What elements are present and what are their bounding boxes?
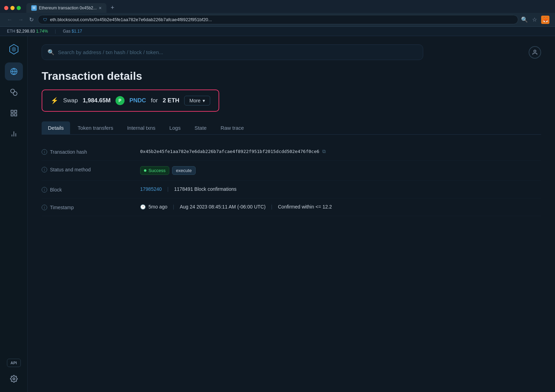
address-input[interactable]: 🛡 eth.blockscout.com/tx/0x45b2e45fe1aa78… xyxy=(38,15,518,24)
block-divider: | xyxy=(167,186,169,192)
bookmark-button[interactable]: ☆ xyxy=(532,16,537,23)
transaction-hash-label: i Transaction hash xyxy=(42,148,132,155)
sidebar-item-api[interactable]: API xyxy=(7,359,21,367)
svg-rect-9 xyxy=(14,114,16,116)
gas-price-label: Gas $1.17 xyxy=(63,29,82,34)
sidebar-item-blockchain[interactable] xyxy=(5,62,23,80)
tab-favicon: M xyxy=(31,5,37,11)
url-text: eth.blockscout.com/tx/0x45b2e45fe1aa782e… xyxy=(50,17,513,22)
status-method-info-icon[interactable]: i xyxy=(42,167,47,172)
minimize-window-button[interactable] xyxy=(10,6,15,10)
timestamp-divider: | xyxy=(173,204,174,210)
timestamp-divider2: | xyxy=(271,204,273,210)
maximize-window-button[interactable] xyxy=(17,6,21,10)
tab-bar: M Ethereum transaction 0x45b2... × + xyxy=(0,0,555,13)
success-dot xyxy=(144,169,146,172)
security-icon: 🛡 xyxy=(43,17,47,22)
block-value: 17985240 | 1178491 Block confirmations xyxy=(140,186,541,192)
tab-title: Ethereum transaction 0x45b2... xyxy=(39,6,97,10)
bolt-icon: ⚡ xyxy=(51,97,58,104)
swap-banner: ⚡ Swap 1,984.65M P PNDC for 2 ETH More ▾ xyxy=(42,90,219,112)
tab-logs[interactable]: Logs xyxy=(163,121,187,134)
detail-row-transaction-hash: i Transaction hash 0x45b2e45fe1aa782e7e6… xyxy=(42,143,541,161)
sidebar-item-tokens[interactable] xyxy=(5,83,23,101)
sidebar-item-stats[interactable] xyxy=(5,125,23,143)
method-badge: execute xyxy=(172,166,196,175)
timestamp-label: i Timestamp xyxy=(42,204,132,210)
success-badge: Success xyxy=(140,166,169,175)
search-icon: 🔍 xyxy=(48,49,54,56)
block-number-link[interactable]: 17985240 xyxy=(140,186,162,192)
price-bar: ETH $2,298.83 1.74% | Gas $1.17 xyxy=(0,27,555,36)
swap-amount: 1,984.65M xyxy=(83,97,111,104)
search-input[interactable]: Search by address / txn hash / block / t… xyxy=(58,49,417,55)
transaction-hash-info-icon[interactable]: i xyxy=(42,149,47,155)
tab-state[interactable]: State xyxy=(188,121,213,134)
sidebar-logo[interactable] xyxy=(6,42,22,57)
price-divider: | xyxy=(55,29,56,34)
tab-details[interactable]: Details xyxy=(42,121,70,134)
for-label: for xyxy=(151,97,158,104)
detail-row-status-method: i Status and method Success execute xyxy=(42,161,541,181)
svg-rect-6 xyxy=(11,110,13,112)
detail-row-timestamp: i Timestamp 🕐 5mo ago | Aug 24 2023 08:4… xyxy=(42,198,541,216)
back-button[interactable]: ← xyxy=(6,15,14,24)
search-container: 🔍 Search by address / txn hash / block /… xyxy=(42,36,541,67)
svg-point-14 xyxy=(534,50,536,52)
pndc-token-icon: P xyxy=(116,96,125,105)
tab-raw-trace[interactable]: Raw trace xyxy=(214,121,250,134)
timestamp-info-icon[interactable]: i xyxy=(42,205,47,210)
window-controls xyxy=(4,6,21,10)
timestamp-value: 🕐 5mo ago | Aug 24 2023 08:45:11 AM (-06… xyxy=(140,204,541,210)
status-method-value: Success execute xyxy=(140,166,541,175)
detail-row-block: i Block 17985240 | 1178491 Block confirm… xyxy=(42,181,541,198)
metamask-extension[interactable]: 🦊 xyxy=(541,16,549,24)
pndc-token-name[interactable]: PNDC xyxy=(129,97,146,104)
clock-icon: 🕐 xyxy=(140,204,146,210)
tab-token-transfers[interactable]: Token transfers xyxy=(71,121,120,134)
confirmed-text: Confirmed within <= 12.2 xyxy=(278,204,332,210)
sidebar-item-apps[interactable] xyxy=(5,104,23,122)
search-button[interactable]: 🔍 xyxy=(521,16,528,23)
gas-price-value: $1.17 xyxy=(72,29,82,34)
sidebar: API xyxy=(0,36,28,392)
new-tab-button[interactable]: + xyxy=(108,3,117,13)
tab-close-button[interactable]: × xyxy=(99,5,102,11)
transaction-hash-value: 0x45b2e45fe1aa782e7e6dab226b7afcae4f8922… xyxy=(140,148,541,154)
close-window-button[interactable] xyxy=(4,6,8,10)
tabs: Details Token transfers Internal txns Lo… xyxy=(42,121,541,135)
search-bar[interactable]: 🔍 Search by address / txn hash / block /… xyxy=(42,44,423,60)
svg-point-13 xyxy=(13,378,15,380)
reload-button[interactable]: ↻ xyxy=(28,15,35,24)
page-title: Transaction details xyxy=(42,70,541,83)
block-info-icon[interactable]: i xyxy=(42,187,47,193)
active-tab[interactable]: M Ethereum transaction 0x45b2... × xyxy=(26,3,106,13)
timestamp-date: Aug 24 2023 08:45:11 AM (-06:00 UTC) xyxy=(180,204,265,210)
tab-internal-txns[interactable]: Internal txns xyxy=(121,121,162,134)
main-content: 🔍 Search by address / txn hash / block /… xyxy=(28,36,555,392)
svg-rect-7 xyxy=(14,110,16,112)
browser-chrome: M Ethereum transaction 0x45b2... × + ← →… xyxy=(0,0,555,27)
svg-point-5 xyxy=(13,92,17,95)
user-account-button[interactable] xyxy=(529,46,541,59)
address-bar: ← → ↻ 🛡 eth.blockscout.com/tx/0x45b2e45f… xyxy=(0,13,555,26)
chevron-down-icon: ▾ xyxy=(203,98,205,103)
svg-rect-8 xyxy=(11,114,13,116)
detail-table: i Transaction hash 0x45b2e45fe1aa782e7e6… xyxy=(42,143,541,216)
eth-price-value: $2,298.83 xyxy=(16,29,35,34)
more-button[interactable]: More ▾ xyxy=(184,96,210,105)
swap-label: Swap xyxy=(63,97,78,104)
app-layout: API 🔍 Search by address / txn hash / blo… xyxy=(0,36,555,392)
sidebar-item-settings[interactable] xyxy=(5,370,23,388)
time-ago: 5mo ago xyxy=(148,204,167,210)
copy-hash-icon[interactable]: ⧉ xyxy=(322,148,326,154)
forward-button[interactable]: → xyxy=(17,15,25,24)
block-confirmations: 1178491 Block confirmations xyxy=(174,186,237,192)
browser-actions: 🔍 ☆ 🦊 xyxy=(521,16,549,24)
block-label: i Block xyxy=(42,186,132,193)
eth-amount: 2 ETH xyxy=(163,97,179,104)
status-method-label: i Status and method xyxy=(42,166,132,172)
svg-marker-1 xyxy=(12,46,16,52)
eth-price-label: ETH $2,298.83 1.74% xyxy=(7,29,48,34)
eth-price-change: 1.74% xyxy=(36,29,48,34)
